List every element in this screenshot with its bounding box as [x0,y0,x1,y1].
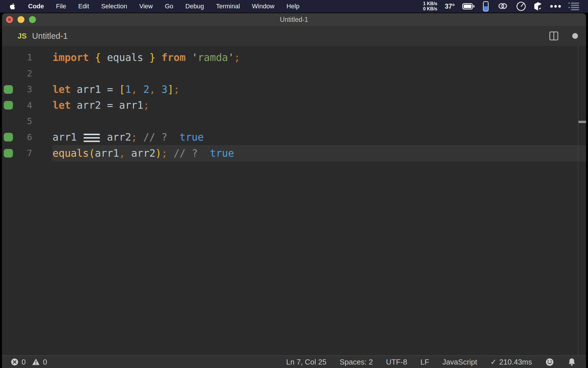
code-text: let arr2 = arr1; [53,99,149,111]
token-strq: ' [192,52,198,63]
perf-indicator[interactable]: ✓ 210.43ms [490,358,532,367]
title-bar[interactable]: Untitled-1 [2,13,586,26]
strict-equality-ligature-icon [83,133,101,143]
gutter-marker-column [2,97,16,114]
token-punct: ; [174,84,180,95]
quokka-coverage-marker [4,149,13,158]
code-editor[interactable]: 1import { equals } from 'ramda';23let ar… [2,46,586,355]
token-comment: // ? [143,131,167,143]
network-speed-indicator[interactable]: 1 KB/s 0 KB/s [423,1,437,12]
feedback-smiley-icon[interactable] [545,358,554,367]
menu-item-selection[interactable]: Selection [95,0,133,13]
menu-item-code[interactable]: Code [22,0,50,13]
traffic-lights [6,13,36,26]
tab-strip: JS Untitled-1 [2,26,586,46]
line-number[interactable]: 4 [16,100,32,110]
token-brace: [ [119,84,125,95]
temperature-label[interactable]: 37° [445,3,455,10]
menu-item-help[interactable]: Help [281,0,305,13]
token-strq: ' [228,52,234,63]
token-brace: ] [167,84,173,95]
token-num: 1 [125,84,131,95]
token-ident: arr1 [113,99,143,111]
speedometer-icon[interactable] [516,1,526,11]
menu-item-terminal[interactable]: Terminal [210,0,246,13]
list-icon[interactable] [568,2,579,10]
quokka-coverage-marker [4,85,13,94]
token-punct: ; [234,52,240,63]
code-text: import { equals } from 'ramda'; [53,52,240,63]
token-pl [137,84,143,95]
eol-setting[interactable]: LF [420,358,429,367]
code-line-4[interactable]: 4let arr2 = arr1; [2,97,586,114]
token-pl [113,84,119,95]
device-battery-icon[interactable] [482,1,489,12]
token-brace: } [149,52,155,63]
code-line-6[interactable]: 6arr1 arr2; // ? true [2,129,586,145]
menu-item-window[interactable]: Window [246,0,281,13]
code-line-2[interactable]: 2 [2,66,586,82]
quokka-coverage-marker [4,133,13,141]
warning-count: 0 [43,358,47,367]
apple-icon[interactable] [0,3,22,10]
line-number[interactable]: 6 [16,132,32,142]
token-num: 3 [161,84,167,95]
error-icon [11,358,19,366]
menu-item-view[interactable]: View [133,0,159,13]
code-line-5[interactable]: 5 [2,113,586,129]
token-kw: from [161,52,185,63]
line-number[interactable]: 2 [16,68,32,78]
menu-item-edit[interactable]: Edit [72,0,95,13]
line-number[interactable]: 1 [16,52,32,62]
cursor-position[interactable]: Ln 7, Col 25 [286,358,326,367]
problems-indicator[interactable]: 0 0 [11,358,51,367]
token-str: ramda [198,52,228,63]
overview-ruler-scrollbar[interactable] [578,46,586,355]
box-icon[interactable] [533,2,543,11]
menu-item-file[interactable]: File [50,0,72,13]
code-text: arr1 arr2; // ? true [53,131,204,143]
line-number[interactable]: 5 [16,116,32,126]
more-dots-icon[interactable] [550,5,561,8]
overview-cursor-mark [579,121,586,123]
token-kw: let [53,84,71,95]
tethering-icon[interactable] [497,1,509,11]
menu-item-debug[interactable]: Debug [179,0,210,13]
gutter-marker-column [2,129,16,145]
vscode-window: Untitled-1 JS Untitled-1 1import { equal… [2,13,586,368]
token-pl [167,131,179,143]
code-text: equals(arr1, arr2); // ? true [53,147,234,159]
battery-icon[interactable] [462,3,475,10]
zoom-button[interactable] [29,16,36,23]
unsaved-changes-dot[interactable] [572,33,578,39]
net-up-label: 1 KB/s [423,1,437,6]
menu-item-go[interactable]: Go [159,0,179,13]
split-editor-icon[interactable] [549,31,558,41]
language-mode[interactable]: JavaScript [442,358,477,367]
line-number[interactable]: 7 [16,148,32,158]
token-kw: let [53,99,71,111]
tab-untitled-1[interactable]: JS Untitled-1 [18,26,68,46]
token-pl [186,52,192,63]
token-ident: arr2 [125,147,155,159]
indentation-setting[interactable]: Spaces: 2 [340,358,373,367]
window-title: Untitled-1 [2,13,586,26]
token-ident: equals [101,52,150,63]
menubar-status-area: 1 KB/s 0 KB/s 37° [423,1,588,12]
notifications-bell-icon[interactable] [567,358,576,367]
error-count: 0 [22,358,26,367]
code-line-3[interactable]: 3let arr1 = [1, 2, 3]; [2,81,586,97]
token-punct: , [119,147,125,159]
token-punct: ; [143,99,149,111]
token-pl [155,52,161,63]
warning-icon [32,358,40,366]
code-line-1[interactable]: 1import { equals } from 'ramda'; [2,49,586,66]
code-line-7[interactable]: 7equals(arr1, arr2); // ? true [2,145,586,161]
token-kw: import [53,52,89,63]
net-down-label: 0 KB/s [423,6,437,12]
encoding-setting[interactable]: UTF-8 [386,358,407,367]
line-number[interactable]: 3 [16,84,32,94]
close-button[interactable] [6,16,13,23]
token-pl [155,84,161,95]
minimize-button[interactable] [18,16,24,23]
